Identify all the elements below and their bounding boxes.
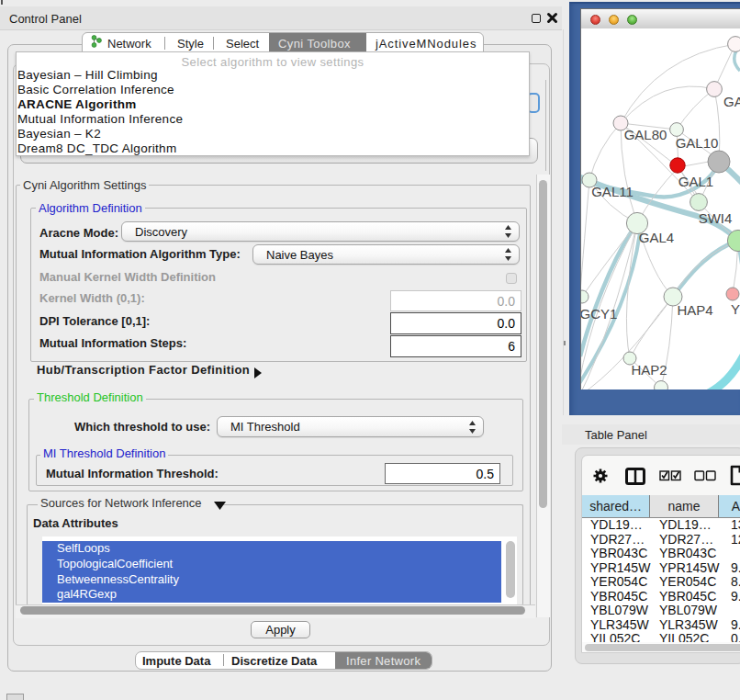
svg-text:HAP2: HAP2: [631, 362, 667, 378]
svg-text:GAL1: GAL1: [678, 174, 713, 189]
svg-text:GAL80: GAL80: [624, 127, 667, 142]
svg-text:HAP4: HAP4: [677, 302, 712, 318]
svg-text:GCY1: GCY1: [581, 306, 617, 322]
svg-text:GAL11: GAL11: [591, 184, 633, 199]
svg-text:GAL7: GAL7: [723, 94, 740, 109]
svg-text:GAL10: GAL10: [676, 135, 719, 151]
svg-text:YJ: YJ: [731, 301, 740, 317]
svg-text:GAL4: GAL4: [639, 230, 674, 245]
svg-text:SWI4: SWI4: [699, 210, 733, 226]
